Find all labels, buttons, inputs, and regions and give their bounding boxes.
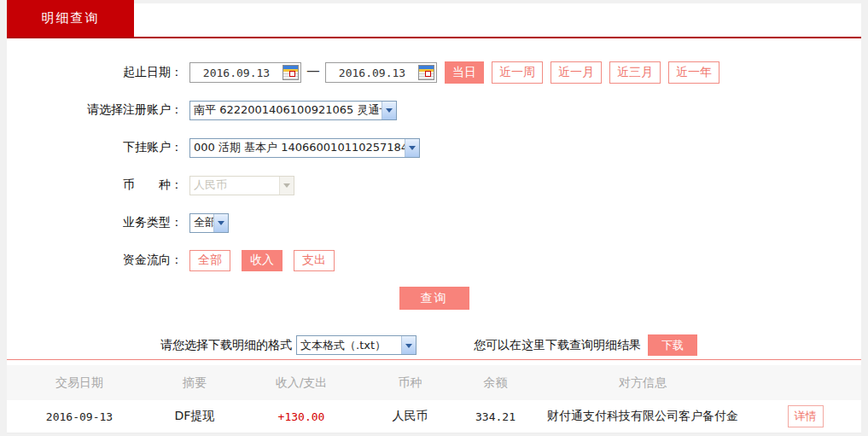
quick-today-button[interactable]: 当日 — [445, 61, 484, 84]
sub-account-label: 下挂账户： — [7, 140, 189, 155]
download-format-label: 请您选择下载明细的格式 — [160, 338, 292, 353]
quick-week-button[interactable]: 近一周 — [492, 61, 543, 84]
fund-flow-all-button[interactable]: 全部 — [189, 250, 230, 271]
tab-detail-query[interactable]: 明细查询 — [7, 0, 134, 37]
query-form: 起止日期： 2016.09.13 一 2016.09.13 当日 近一周 近一月… — [7, 38, 861, 433]
date-range-row: 起止日期： 2016.09.13 一 2016.09.13 当日 近一周 近一月… — [7, 61, 861, 84]
cell-date: 2016-09-13 — [7, 410, 152, 423]
fund-flow-row: 资金流向： 全部 收入 支出 — [7, 249, 861, 271]
business-type-select[interactable]: 全部 — [189, 213, 229, 233]
table-header: 交易日期 摘要 收入/支出 币种 余额 对方信息 — [7, 365, 861, 400]
quick-year-button[interactable]: 近一年 — [668, 61, 719, 84]
query-button-wrap: 查询 — [7, 287, 861, 310]
quick-month-button[interactable]: 近一月 — [551, 61, 602, 84]
cell-balance: 334.21 — [455, 410, 536, 423]
currency-select: 人民币 — [189, 176, 294, 195]
sub-account-value: 000 活期 基本户 1406600101102571848 — [190, 140, 405, 155]
chevron-down-icon — [405, 139, 419, 157]
quick-quarter-button[interactable]: 近三月 — [609, 61, 661, 84]
sub-account-row: 下挂账户： 000 活期 基本户 1406600101102571848 — [7, 137, 861, 159]
currency-row: 币 种： 人民币 — [7, 174, 861, 196]
start-date-input[interactable]: 2016.09.13 — [189, 62, 301, 83]
tab-label: 明细查询 — [42, 10, 100, 26]
end-date-input[interactable]: 2016.09.13 — [325, 62, 437, 83]
detail-button[interactable]: 详情 — [788, 405, 824, 427]
calendar-icon[interactable] — [283, 65, 299, 80]
date-separator: 一 — [306, 64, 320, 82]
register-account-label: 请选择注册账户： — [7, 102, 189, 118]
header-amount: 收入/支出 — [237, 375, 365, 391]
register-account-select[interactable]: 南平 6222001406100921065 灵通卡 — [189, 101, 397, 120]
chevron-down-icon — [382, 102, 396, 119]
download-button[interactable]: 下载 — [648, 334, 697, 356]
cell-summary: DF提现 — [152, 409, 237, 424]
cell-action: 详情 — [749, 405, 861, 427]
table-top-divider — [7, 359, 861, 360]
currency-label: 币 种： — [7, 177, 189, 193]
top-gap — [134, 0, 861, 3]
header-counterparty: 对方信息 — [536, 375, 749, 391]
fund-flow-label: 资金流向： — [7, 253, 189, 268]
chevron-down-icon — [279, 177, 294, 195]
content-panel: 明细查询 起止日期： 2016.09.13 一 2016.09.13 当日 近一… — [7, 0, 861, 433]
cell-currency: 人民币 — [365, 409, 455, 424]
download-hint: 您可以在这里下载查询明细结果 — [474, 338, 641, 353]
cell-amount: +130.00 — [237, 410, 365, 423]
start-date-value: 2016.09.13 — [190, 67, 283, 79]
chevron-down-icon — [213, 214, 228, 232]
header-balance: 余额 — [455, 375, 536, 391]
business-type-value: 全部 — [190, 215, 213, 230]
register-account-value: 南平 6222001406100921065 灵通卡 — [190, 102, 382, 118]
header-currency: 币种 — [365, 375, 455, 391]
register-account-row: 请选择注册账户： 南平 6222001406100921065 灵通卡 — [7, 99, 861, 121]
end-date-value: 2016.09.13 — [326, 67, 418, 79]
fund-flow-income-button[interactable]: 收入 — [242, 250, 283, 271]
download-format-select[interactable]: 文本格式（.txt） — [296, 335, 417, 355]
query-button[interactable]: 查询 — [399, 287, 469, 310]
business-type-row: 业务类型： 全部 — [7, 212, 861, 234]
fund-flow-expense-button[interactable]: 支出 — [294, 250, 335, 271]
header-summary: 摘要 — [152, 375, 237, 391]
calendar-icon[interactable] — [418, 65, 434, 80]
business-type-label: 业务类型： — [7, 215, 189, 230]
currency-value: 人民币 — [190, 177, 279, 193]
header-date: 交易日期 — [7, 375, 152, 391]
date-range-label: 起止日期： — [7, 65, 189, 80]
table-row: 2016-09-13 DF提现 +130.00 人民币 334.21 财付通支付… — [7, 400, 861, 433]
download-row: 请您选择下载明细的格式 文本格式（.txt） 您可以在这里下载查询明细结果 下载 — [160, 334, 861, 356]
cell-counterparty: 财付通支付科技有限公司客户备付金 — [536, 409, 749, 424]
chevron-down-icon — [401, 336, 416, 354]
download-format-value: 文本格式（.txt） — [297, 338, 401, 353]
sub-account-select[interactable]: 000 活期 基本户 1406600101102571848 — [189, 138, 420, 158]
